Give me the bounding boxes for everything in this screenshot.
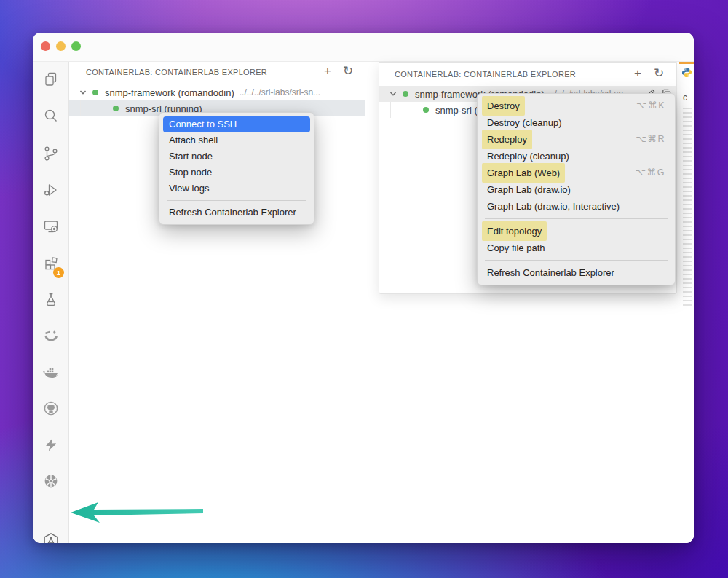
menu-item-stop-node[interactable]: Stop node — [163, 165, 310, 181]
chevron-down-icon[interactable] — [79, 87, 87, 98]
indent-guide — [80, 100, 81, 116]
node-context-menu: Connect to SSH Attach shell Start node S… — [159, 112, 314, 225]
lab-status-dot — [403, 91, 408, 97]
menu-item-start-node[interactable]: Start node — [163, 149, 310, 165]
shortcut: ⌥⌘K — [619, 98, 665, 114]
python-tab[interactable] — [681, 67, 692, 81]
activity-item-docker[interactable] — [33, 357, 69, 387]
lightning-icon — [42, 436, 60, 454]
git-branch-icon — [42, 145, 60, 162]
active-tab-indicator — [679, 62, 694, 64]
lab-context-menu: Destroy ⌥⌘K Destroy (cleanup) Redeploy ⌥… — [477, 93, 676, 285]
node-status-dot — [423, 107, 429, 113]
menu-item-attach-shell[interactable]: Attach shell — [163, 132, 310, 149]
activity-item-source-control[interactable] — [33, 139, 69, 168]
menu-separator — [485, 218, 668, 219]
minimap[interactable] — [683, 108, 692, 306]
node-status-dot — [113, 106, 119, 111]
menu-item-destroy-cleanup[interactable]: Destroy (cleanup) — [481, 114, 671, 131]
vscode-window: 1 — [33, 33, 694, 543]
indent-guide — [390, 102, 391, 118]
docker-whale-icon — [42, 363, 60, 381]
menu-item-refresh-explorer[interactable]: Refresh Containerlab Explorer — [163, 205, 310, 221]
lab-status-dot — [92, 90, 98, 95]
activity-item-testing[interactable] — [33, 285, 69, 314]
deploy-lab-button[interactable]: + — [320, 63, 336, 79]
chevron-down-icon[interactable] — [389, 89, 397, 100]
activity-bar: 1 — [33, 62, 69, 543]
desktop-background: 1 — [0, 0, 728, 578]
menu-item-graph-lab-drawio[interactable]: Graph Lab (draw.io) — [481, 181, 671, 198]
activity-item-search[interactable] — [33, 101, 69, 130]
activity-item-remote-explorer[interactable] — [33, 212, 69, 241]
left-panel-title: CONTAINERLAB: CONTAINERLAB EXPLORER — [86, 68, 267, 76]
menu-item-copy-file-path[interactable]: Copy file path — [481, 239, 671, 256]
lab-label: snmp-framework (romandodin) — [105, 87, 234, 98]
shortcut: ⌥⌘R — [619, 131, 665, 148]
search-icon — [42, 107, 60, 124]
editor-code-text: c — [683, 92, 687, 103]
menu-item-redeploy-cleanup[interactable]: Redeploy (cleanup) — [481, 148, 671, 165]
right-screenshot-panel: CONTAINERLAB: CONTAINERLAB EXPLORER + ↻ … — [379, 62, 677, 294]
deploy-lab-button[interactable]: + — [630, 66, 646, 82]
containerlab-icon — [41, 531, 60, 543]
titlebar[interactable] — [33, 33, 694, 62]
activity-item-explorer[interactable] — [33, 65, 69, 94]
annotation-arrow — [69, 500, 205, 525]
activity-item-github[interactable] — [33, 394, 69, 423]
activity-item-extensions[interactable]: 1 — [33, 248, 69, 277]
shortcut: ⌥⌘G — [618, 165, 665, 181]
activity-item-smiley[interactable] — [33, 321, 69, 350]
left-panel-header: CONTAINERLAB: CONTAINERLAB EXPLORER + ↻ — [69, 62, 365, 82]
python-icon — [681, 67, 692, 78]
activity-item-kubernetes[interactable] — [33, 467, 69, 496]
kubernetes-helm-icon — [42, 472, 60, 490]
menu-item-graph-lab-web[interactable]: Graph Lab (Web) ⌥⌘G — [481, 165, 671, 181]
tree-row-lab[interactable]: snmp-framework (romandodin) ../../../srl… — [69, 84, 365, 100]
refresh-button[interactable]: ↻ — [651, 66, 667, 82]
extensions-badge: 1 — [53, 267, 64, 278]
activity-item-thunder-client[interactable] — [33, 430, 69, 459]
menu-item-refresh-explorer[interactable]: Refresh Containerlab Explorer — [481, 264, 671, 281]
menu-item-graph-lab-drawio-interactive[interactable]: Graph Lab (draw.io, Interactive) — [481, 198, 671, 215]
activity-item-run-debug[interactable] — [33, 175, 69, 205]
activity-item-containerlab[interactable] — [33, 526, 69, 543]
files-icon — [42, 71, 60, 88]
debug-play-icon — [42, 181, 60, 199]
beaker-icon — [42, 290, 60, 308]
menu-item-redeploy[interactable]: Redeploy ⌥⌘R — [481, 131, 671, 148]
menu-item-edit-topology[interactable]: Edit topology — [481, 223, 671, 239]
right-panel-header: CONTAINERLAB: CONTAINERLAB EXPLORER + ↻ — [379, 63, 676, 83]
menu-item-connect-ssh[interactable]: Connect to SSH — [163, 116, 310, 132]
github-icon — [42, 400, 60, 417]
lab-path: ../../../srl-labs/srl-sn... — [240, 87, 320, 98]
remote-monitor-icon — [42, 218, 60, 235]
right-panel-title: CONTAINERLAB: CONTAINERLAB EXPLORER — [395, 70, 576, 79]
menu-item-destroy[interactable]: Destroy ⌥⌘K — [481, 98, 671, 114]
menu-item-view-logs[interactable]: View logs — [163, 181, 310, 197]
refresh-button[interactable]: ↻ — [340, 63, 356, 79]
maximize-button[interactable] — [71, 41, 81, 51]
close-button[interactable] — [41, 41, 50, 51]
smiley-icon — [42, 327, 60, 344]
menu-separator — [167, 200, 306, 201]
minimize-button[interactable] — [56, 41, 66, 51]
menu-separator — [485, 260, 668, 261]
